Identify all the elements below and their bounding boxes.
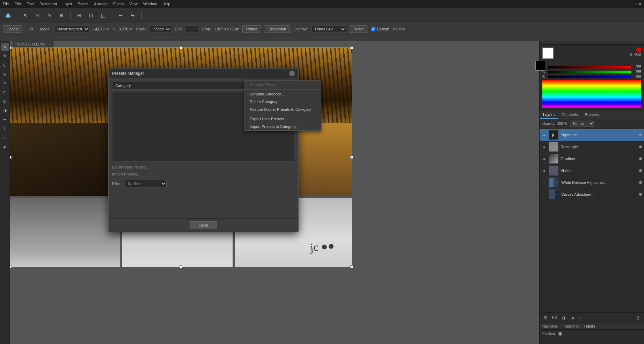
ctx-rename-category[interactable]: Rename Category... [245,90,321,98]
settings-icon[interactable]: ⚙ [26,24,36,34]
toolbar-sep-2 [70,10,71,20]
layer-vis-4[interactable]: ○ [542,180,547,185]
brush-tool[interactable]: ✎ [1,79,9,87]
darken-check[interactable]: Darken [371,25,389,33]
menu-filters[interactable]: Filters [113,2,124,6]
menu-help[interactable]: Help [162,2,170,6]
eraser-tool[interactable]: ◻ [1,88,9,96]
layer-item[interactable]: ● jc Signature [540,129,644,141]
menu-text[interactable]: Text [27,2,34,6]
layer-vis-1[interactable]: ● [542,144,547,149]
background-swatch[interactable] [535,61,545,71]
window-minimize[interactable]: ─ [631,2,634,6]
mode-select[interactable]: Unconstrained [54,25,89,33]
menu-window[interactable]: Window [143,2,157,6]
fx-btn[interactable]: FX [551,314,558,322]
redo-btn[interactable]: ↪ [127,10,138,21]
undo-btn[interactable]: ↩ [116,10,126,21]
crop-tool[interactable]: ⊡ [32,10,43,21]
layer-name-3: Visiles [561,169,637,173]
layer-name-1: Rectangle [561,145,637,149]
tab-navigator[interactable]: Navigator [540,323,560,329]
document-tab[interactable]: P1000723 (112.9%) × [13,41,53,48]
clone-stamp[interactable]: ⊡ [1,97,9,106]
tab-transform[interactable]: Transform [560,323,581,329]
layer-vis-3[interactable]: ● [542,168,547,173]
clone-tool[interactable]: ⊕ [56,10,67,21]
layer-item[interactable]: ● Rectangle [540,141,644,153]
reset-button[interactable]: Reset [350,25,367,33]
foreground-swatch[interactable] [542,48,554,59]
filter-select[interactable]: No filter [125,180,167,187]
ctx-restore-master[interactable]: Restore Master Presets to Category [245,106,321,113]
layers-section: Layers Channels Brushes Opacity: 100 % N… [540,111,644,323]
layer-dot-2 [639,157,642,160]
ctx-import-to-category[interactable]: Import Presets to Category... [245,123,321,130]
paint-tool[interactable]: ✎ [44,10,55,21]
tab-layers[interactable]: Layers [540,111,558,119]
mask-btn[interactable]: ◑ [560,314,568,322]
blend-mode-select[interactable]: Normal [570,121,594,127]
zoom-tool[interactable]: ⊞ [74,10,85,21]
shape-tool[interactable]: □ [1,134,9,142]
window-maximize[interactable]: □ [635,2,637,6]
crop-tool[interactable]: ⊡ [1,61,9,69]
cancel-button[interactable]: Cancel [3,25,22,33]
move-tool[interactable]: ✥ [1,52,9,60]
tab-brushes[interactable]: Brushes [581,111,602,119]
menu-document[interactable]: Document [39,2,57,6]
history-tools: ↩ ↪ [116,10,138,21]
ctx-export-user[interactable]: Export User Presets... [245,115,321,123]
dodge-tool[interactable]: ◑ [1,106,9,115]
group-btn[interactable]: □ [578,314,586,322]
dialog-close-button[interactable]: Close [190,221,217,229]
text-tool[interactable]: T [1,124,9,133]
menu-layer[interactable]: Layer [63,2,72,6]
layer-vis-5[interactable]: ○ [542,192,547,197]
position-label: Position: [542,332,556,336]
units-select[interactable]: Inches [149,25,171,33]
fill-tool[interactable]: ◈ [1,143,9,151]
import-presets-btn[interactable]: Import Presets... [112,171,140,177]
menu-view[interactable]: View [129,2,138,6]
straighten-button[interactable]: Straighten [265,25,290,33]
g-slider[interactable] [548,71,631,73]
menu-file[interactable]: File [3,2,9,6]
tab-history[interactable]: History [581,323,598,329]
layer-thumb-5b: ∿ [554,189,559,199]
menu-select[interactable]: Select [78,2,89,6]
menu-arrange[interactable]: Arrange [94,2,108,6]
layer-vis-0[interactable]: ● [542,132,547,137]
adj-btn[interactable]: ◈ [569,314,577,322]
position-dot[interactable] [558,332,562,336]
rotate-button[interactable]: Rotate [242,25,261,33]
b-slider[interactable] [548,76,631,78]
menu-edit[interactable]: Edit [15,2,21,6]
layer-item[interactable]: ○ ∿ Curves Adjustment [540,188,644,200]
pen-tool[interactable]: ✒ [1,115,9,124]
color-spectrum[interactable] [542,80,641,108]
darken-checkbox[interactable] [371,25,375,33]
tab-channels[interactable]: Channels [558,111,581,119]
r-slider[interactable] [548,66,631,69]
select-lasso[interactable]: ◫ [98,10,108,21]
layer-vis-2[interactable]: ● [542,156,547,161]
select-rect[interactable]: ⊡ [86,10,96,21]
selection-tool[interactable]: ↖ [1,43,9,51]
rgb-mode-icon: ⊟ [629,52,632,56]
layer-item[interactable]: ● Visiles [540,165,644,177]
zoom-tool-left[interactable]: ⊕ [1,70,9,78]
layer-item[interactable]: ○ ≈ White Balance Adjustme... [540,177,644,188]
layer-item[interactable]: ● Gradient [540,153,644,165]
add-pixel-btn[interactable]: ⊞ [542,314,549,322]
ctx-delete-category[interactable]: Delete Category [245,98,321,106]
dpi-input[interactable]: 72 [186,25,198,33]
overlay-select[interactable]: Thirds Grid [311,25,346,33]
dialog-close-btn[interactable]: × [289,71,295,76]
window-close[interactable]: ✕ [638,2,641,6]
trash-btn[interactable]: 🗑 [634,314,642,322]
toolbar-sep-4 [141,10,142,20]
doc-close-btn[interactable]: × [49,43,50,46]
move-tool[interactable]: ↖ [21,10,31,21]
export-presets-btn[interactable]: Export User Presets... [112,164,150,170]
